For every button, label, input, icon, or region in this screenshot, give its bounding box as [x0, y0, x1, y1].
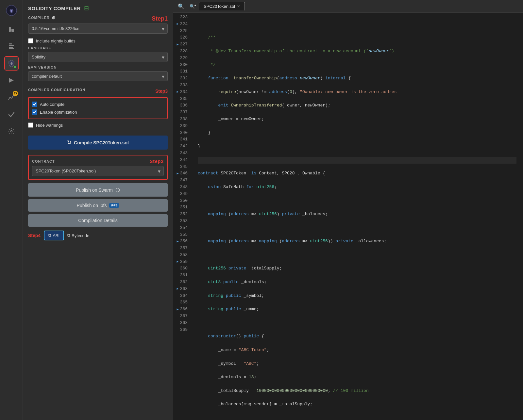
compile-button[interactable]: ↻ Compile SPC20Token.sol: [28, 136, 168, 150]
sidebar-item-home[interactable]: [4, 22, 19, 37]
hide-warnings-checkbox[interactable]: [28, 122, 33, 128]
analytics-badge: 33: [13, 91, 18, 96]
evm-version-wrapper: compiler default: [28, 71, 168, 81]
bottom-row: Step4 ⧉ ABI ⧉ Bytecode: [23, 228, 173, 243]
sidebar-item-analytics[interactable]: 33: [4, 90, 19, 105]
hide-warnings-row: Hide warnings: [28, 121, 168, 129]
hide-warnings-label: Hide warnings: [36, 123, 63, 128]
sidebar-item-settings[interactable]: [4, 124, 19, 138]
optimization-checkbox[interactable]: [32, 109, 37, 115]
compiler-plus-icon[interactable]: ⊕: [52, 15, 56, 20]
compile-button-label: Compile SPC20Token.sol: [74, 140, 129, 145]
app-logo: ◉: [4, 3, 19, 18]
language-select[interactable]: Solidity: [28, 52, 168, 62]
svg-marker-9: [9, 78, 14, 83]
sidebar-item-deploy[interactable]: [4, 73, 19, 88]
contract-label: CONTRACT Step2: [32, 159, 164, 164]
abi-label: ABI: [53, 233, 59, 238]
step2-badge: Step2: [150, 159, 164, 164]
sidebar-item-files[interactable]: [4, 39, 19, 54]
publish-ipfs-button[interactable]: Publish on Ipfs IPFS: [28, 199, 168, 212]
compiler-version-section: 0.5.16+commit.9c3226ce: [23, 24, 173, 37]
optimization-row: Enable optimization: [32, 108, 164, 116]
swarm-icon: ⬡: [115, 187, 120, 193]
step3-badge: Step3: [155, 89, 168, 94]
tab-close-icon[interactable]: ✕: [237, 4, 240, 8]
bytecode-copy-icon: ⧉: [67, 233, 70, 238]
tab-filename: SPC20Token.sol: [204, 4, 235, 9]
compiler-version-wrapper: 0.5.16+commit.9c3226ce: [28, 24, 168, 34]
compile-refresh-icon: ↻: [67, 139, 71, 146]
language-section: LANGUAGE Solidity: [23, 46, 173, 65]
svg-text:◉: ◉: [9, 8, 13, 13]
optimization-label: Enable optimization: [40, 110, 77, 115]
auto-compile-row: Auto compile: [32, 100, 164, 108]
svg-text:⚙: ⚙: [10, 62, 13, 65]
line-numbers: 323 ▶324 325 326 ▶327 328 329 330 331 33…: [173, 13, 191, 420]
contract-select-wrapper: SPC20Token (SPC20Token.sol): [32, 166, 164, 176]
language-label: LANGUAGE: [28, 46, 168, 50]
sidebar-item-compiler[interactable]: ⚙: [4, 56, 19, 71]
compiler-config-section: COMPILER CONFIGURATION Step3 Auto compil…: [23, 85, 173, 132]
bytecode-label: Bytecode: [72, 233, 89, 238]
zoom-in-button[interactable]: 🔍+: [188, 3, 196, 9]
compiler-status-icon: ⊟: [84, 5, 89, 12]
compilation-details-label: Compilation Details: [78, 218, 118, 223]
code-content: /** * @dev Transfers ownership of the co…: [191, 13, 523, 420]
publish-ipfs-label: Publish on Ipfs: [77, 203, 107, 208]
publish-swarm-button[interactable]: Publish on Swarm ⬡: [28, 183, 168, 197]
svg-rect-5: [9, 45, 14, 46]
contract-select[interactable]: SPC20Token (SPC20Token.sol): [32, 166, 164, 176]
icon-bar: ◉ ⚙ 33: [0, 0, 23, 420]
compiler-version-select[interactable]: 0.5.16+commit.9c3226ce: [28, 24, 168, 34]
nightly-builds-checkbox[interactable]: [28, 38, 33, 43]
auto-compile-checkbox[interactable]: [32, 102, 37, 107]
compiler-label: COMPILER ⊕: [28, 15, 150, 20]
svg-rect-7: [9, 48, 14, 49]
bytecode-button[interactable]: ⧉ Bytecode: [67, 233, 89, 238]
sidebar-title: SOLIDITY COMPILER: [28, 6, 81, 11]
sidebar-header: SOLIDITY COMPILER ⊟: [23, 0, 173, 15]
ipfs-badge: IPFS: [109, 203, 119, 208]
abi-button[interactable]: ⧉ ABI: [44, 231, 64, 240]
copy-icon: ⧉: [48, 233, 51, 238]
step4-badge: Step4: [28, 233, 41, 238]
svg-rect-4: [9, 43, 12, 44]
editor-toolbar: 🔍 🔍+ SPC20Token.sol ✕: [173, 0, 523, 13]
editor-tab[interactable]: SPC20Token.sol ✕: [199, 2, 245, 10]
evm-label: EVM VERSION: [28, 65, 168, 69]
nightly-builds-label: Include nightly builds: [36, 39, 76, 43]
config-label: COMPILER CONFIGURATION: [28, 88, 136, 92]
compilation-details-button[interactable]: Compilation Details: [28, 214, 168, 227]
language-wrapper: Solidity: [28, 52, 168, 62]
svg-rect-2: [9, 27, 11, 32]
nightly-builds-row: Include nightly builds: [23, 37, 173, 46]
code-editor[interactable]: 323 ▶324 325 326 ▶327 328 329 330 331 33…: [173, 13, 523, 420]
svg-rect-6: [9, 47, 13, 48]
sidebar-panel: SOLIDITY COMPILER ⊟ COMPILER ⊕ Step1 0.5…: [23, 0, 173, 420]
sidebar-item-check[interactable]: [4, 107, 19, 121]
svg-rect-3: [11, 29, 14, 32]
publish-swarm-label: Publish on Swarm: [76, 187, 113, 193]
evm-section: EVM VERSION compiler default: [23, 65, 173, 85]
auto-compile-label: Auto compile: [40, 102, 64, 107]
config-box: Auto compile Enable optimization: [28, 97, 168, 119]
editor-area: 🔍 🔍+ SPC20Token.sol ✕ 323 ▶324 325 326 ▶…: [173, 0, 523, 420]
evm-version-select[interactable]: compiler default: [28, 71, 168, 81]
zoom-out-button[interactable]: 🔍: [177, 3, 186, 10]
step1-badge: Step1: [152, 15, 168, 22]
contract-section: CONTRACT Step2 SPC20Token (SPC20Token.so…: [28, 155, 168, 180]
